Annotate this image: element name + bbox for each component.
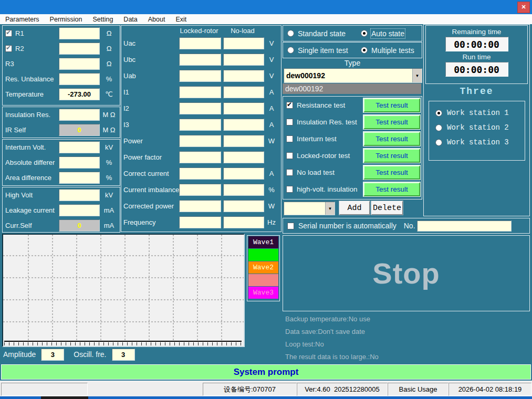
i1-noload-input[interactable]: [223, 86, 264, 98]
current-imbalance-noload-input[interactable]: [223, 184, 264, 196]
close-icon[interactable]: ✕: [517, 2, 530, 13]
no-load-test-result-button[interactable]: Test result: [363, 165, 420, 180]
leakage-current-input[interactable]: [59, 204, 100, 216]
ubc-locked-input[interactable]: [179, 54, 221, 66]
standard-state-radio-icon[interactable]: [287, 30, 294, 37]
measure-row-power: Power W: [121, 133, 281, 149]
work-station-2-radio-icon[interactable]: [435, 124, 442, 131]
uab-locked-input[interactable]: [179, 70, 221, 82]
high-volt-insulation-checkbox[interactable]: [286, 186, 293, 193]
work-station-3-radio-icon[interactable]: [435, 139, 442, 146]
ubc-unit: V: [264, 56, 279, 64]
interturn-test-result-button[interactable]: Test result: [363, 132, 420, 146]
measure-row-current-imbalance: Current imbalance %: [121, 182, 281, 198]
resistance-test-result-button[interactable]: Test result: [363, 98, 420, 112]
oscill-fre-input[interactable]: [112, 349, 135, 361]
r1-input[interactable]: [59, 27, 100, 39]
uab-noload-input[interactable]: [223, 70, 264, 82]
r1-checkbox[interactable]: [5, 30, 12, 37]
high-volt-input[interactable]: [59, 189, 100, 201]
insulation-res-input[interactable]: [59, 109, 100, 121]
no-load-test-checkbox[interactable]: [286, 169, 293, 176]
r2-checkbox[interactable]: [5, 45, 12, 52]
type-selected-item[interactable]: dew000192: [283, 83, 421, 94]
radio-standard-state[interactable]: Standard state: [287, 29, 361, 38]
r3-label: R3: [5, 60, 59, 68]
ir-self-unit: M Ω: [100, 126, 118, 134]
frequency-noload-input[interactable]: [223, 216, 264, 228]
correct-current-noload-input[interactable]: [223, 167, 264, 180]
i2-noload-input[interactable]: [223, 102, 264, 114]
locked-rotor-test-checkbox[interactable]: [286, 152, 293, 159]
work-station-1-radio-icon[interactable]: [435, 110, 442, 117]
chevron-down-icon[interactable]: ▼: [412, 69, 422, 82]
absolute-differ-input[interactable]: [59, 156, 100, 169]
correct-current-locked-input[interactable]: [179, 167, 221, 180]
add-button[interactable]: Add: [339, 201, 370, 215]
type-picker-dropdown[interactable]: ▼: [284, 202, 335, 215]
menu-parameters[interactable]: Parameters: [0, 16, 45, 23]
r2-input[interactable]: [59, 43, 100, 55]
interturn-volt-input[interactable]: [59, 141, 100, 153]
frequency-locked-input[interactable]: [179, 216, 221, 228]
multiple-tests-label: Multiple tests: [371, 46, 414, 55]
radio-single-item-test[interactable]: Single item test: [287, 46, 361, 55]
work-station-1-option[interactable]: Work station 1: [429, 106, 525, 120]
uac-unit: V: [264, 39, 279, 47]
insulation-test-checkbox[interactable]: [286, 119, 293, 125]
wave-legend: Wave1 Wave2 Wave3: [247, 235, 280, 301]
work-station-3-option[interactable]: Work station 3: [429, 135, 525, 150]
locked-rotor-test-result-button[interactable]: Test result: [363, 149, 420, 163]
statusbar-usage-mode: Basic Usage: [388, 383, 448, 396]
i2-locked-input[interactable]: [179, 102, 221, 114]
type-dropdown[interactable]: dew000192 ▼: [284, 68, 422, 83]
menu-permission[interactable]: Permission: [45, 16, 88, 23]
measure-row-frequency: Frequency Hz: [121, 214, 281, 230]
uac-noload-input[interactable]: [223, 37, 264, 49]
serial-number-input[interactable]: [417, 220, 512, 232]
power-factor-noload-input[interactable]: [223, 151, 264, 163]
i3-locked-input[interactable]: [179, 119, 221, 131]
serial-auto-label: Serial number is automatically: [298, 222, 397, 230]
single-item-test-radio-icon[interactable]: [287, 47, 294, 54]
radio-multiple-tests[interactable]: Multiple tests: [361, 46, 414, 55]
delete-button[interactable]: Delete: [371, 201, 403, 215]
chevron-down-icon[interactable]: ▼: [325, 202, 335, 215]
uac-locked-input[interactable]: [179, 37, 221, 49]
power-locked-input[interactable]: [179, 135, 221, 147]
res-unbalance-input[interactable]: [59, 73, 100, 85]
test-row-high-volt: high-volt. insulation Test result: [283, 181, 422, 197]
ubc-noload-input[interactable]: [223, 54, 264, 66]
radio-auto-state[interactable]: Auto state: [361, 29, 404, 38]
r1-unit: Ω: [100, 29, 118, 37]
correct-current-unit: A: [264, 170, 279, 177]
interturn-test-checkbox[interactable]: [286, 135, 293, 142]
serial-auto-checkbox[interactable]: [287, 223, 294, 229]
area-difference-input[interactable]: [59, 172, 100, 184]
resistance-test-checkbox[interactable]: [286, 102, 293, 109]
work-station-2-option[interactable]: Work station 2: [429, 120, 525, 135]
wave-legend-4: Wave3: [248, 287, 278, 299]
corrected-power-locked-input[interactable]: [179, 200, 221, 212]
power-factor-locked-input[interactable]: [179, 151, 221, 163]
remaining-time-label: Remaining time: [426, 28, 527, 36]
menu-exit[interactable]: Exit: [170, 16, 192, 23]
temperature-input[interactable]: [59, 88, 100, 100]
current-imbalance-locked-input[interactable]: [179, 184, 221, 196]
menu-data[interactable]: Data: [118, 16, 142, 23]
param-row-area-difference: Area difference %: [3, 170, 120, 185]
menu-about[interactable]: About: [143, 16, 171, 23]
i3-noload-input[interactable]: [223, 119, 264, 131]
corrected-power-unit: W: [264, 202, 279, 210]
power-noload-input[interactable]: [223, 135, 264, 147]
r3-input[interactable]: [59, 58, 100, 70]
corrected-power-noload-input[interactable]: [223, 200, 264, 212]
multiple-tests-radio-icon[interactable]: [361, 47, 368, 54]
menu-setting[interactable]: Setting: [87, 16, 118, 23]
i1-label: I1: [123, 88, 179, 96]
auto-state-radio-icon[interactable]: [361, 30, 368, 37]
amplitude-input[interactable]: [41, 349, 64, 361]
insulation-test-result-button[interactable]: Test result: [363, 115, 420, 129]
high-volt-test-result-button[interactable]: Test result: [363, 182, 420, 196]
i1-locked-input[interactable]: [179, 86, 221, 98]
